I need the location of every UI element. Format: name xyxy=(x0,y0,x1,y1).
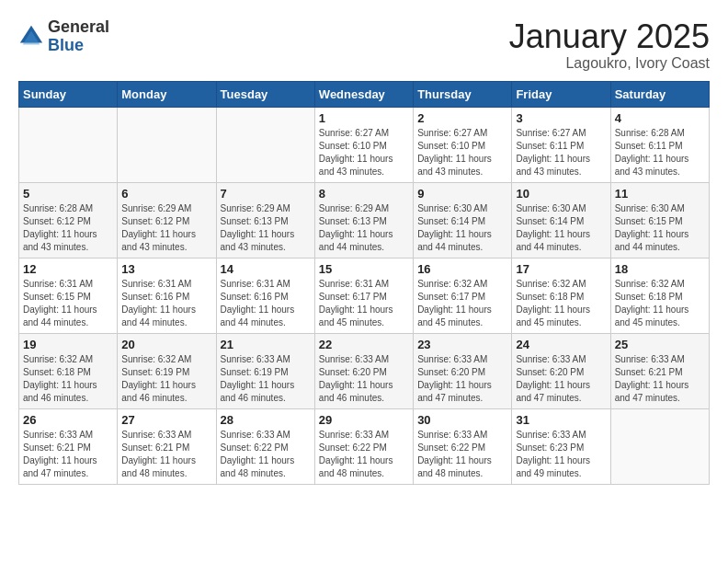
weekday-header-saturday: Saturday xyxy=(610,81,709,107)
calendar-cell: 19Sunrise: 6:32 AM Sunset: 6:18 PM Dayli… xyxy=(19,333,118,408)
day-number: 15 xyxy=(319,262,409,276)
day-number: 24 xyxy=(516,338,606,351)
calendar-cell: 24Sunrise: 6:33 AM Sunset: 6:20 PM Dayli… xyxy=(512,333,610,408)
day-number: 21 xyxy=(221,338,311,351)
calendar-cell: 21Sunrise: 6:33 AM Sunset: 6:19 PM Dayli… xyxy=(216,333,314,408)
calendar-cell: 18Sunrise: 6:32 AM Sunset: 6:18 PM Dayli… xyxy=(610,258,709,333)
day-number: 8 xyxy=(319,187,409,201)
calendar-cell: 9Sunrise: 6:30 AM Sunset: 6:14 PM Daylig… xyxy=(414,182,512,258)
day-number: 2 xyxy=(417,111,507,125)
day-number: 11 xyxy=(615,187,705,201)
calendar-cell: 25Sunrise: 6:33 AM Sunset: 6:21 PM Dayli… xyxy=(610,333,709,408)
calendar-week-5: 26Sunrise: 6:33 AM Sunset: 6:21 PM Dayli… xyxy=(19,408,710,484)
day-info: Sunrise: 6:31 AM Sunset: 6:16 PM Dayligh… xyxy=(121,278,211,329)
day-number: 22 xyxy=(319,338,409,351)
calendar-cell: 2Sunrise: 6:27 AM Sunset: 6:10 PM Daylig… xyxy=(414,107,512,182)
logo-blue-text: Blue xyxy=(48,37,109,55)
calendar-cell: 23Sunrise: 6:33 AM Sunset: 6:20 PM Dayli… xyxy=(414,333,512,408)
day-number: 30 xyxy=(417,413,507,427)
calendar-cell: 29Sunrise: 6:33 AM Sunset: 6:22 PM Dayli… xyxy=(314,408,413,484)
day-info: Sunrise: 6:32 AM Sunset: 6:18 PM Dayligh… xyxy=(615,278,705,329)
day-info: Sunrise: 6:33 AM Sunset: 6:20 PM Dayligh… xyxy=(516,353,606,405)
day-number: 7 xyxy=(221,187,311,201)
day-info: Sunrise: 6:27 AM Sunset: 6:10 PM Dayligh… xyxy=(319,127,409,178)
logo-general-text: General xyxy=(48,18,109,37)
day-number: 12 xyxy=(23,262,113,276)
day-info: Sunrise: 6:30 AM Sunset: 6:14 PM Dayligh… xyxy=(516,202,606,254)
day-info: Sunrise: 6:27 AM Sunset: 6:11 PM Dayligh… xyxy=(516,127,606,178)
day-number: 28 xyxy=(221,413,311,427)
weekday-header-wednesday: Wednesday xyxy=(314,81,413,107)
logo-icon xyxy=(18,24,44,50)
calendar-cell: 30Sunrise: 6:33 AM Sunset: 6:22 PM Dayli… xyxy=(414,408,512,484)
calendar-cell: 14Sunrise: 6:31 AM Sunset: 6:16 PM Dayli… xyxy=(216,258,314,333)
day-number: 3 xyxy=(516,111,606,125)
day-info: Sunrise: 6:33 AM Sunset: 6:20 PM Dayligh… xyxy=(319,353,409,405)
day-number: 14 xyxy=(221,262,311,276)
day-info: Sunrise: 6:30 AM Sunset: 6:14 PM Dayligh… xyxy=(417,202,507,254)
day-info: Sunrise: 6:32 AM Sunset: 6:18 PM Dayligh… xyxy=(23,353,113,405)
calendar-week-4: 19Sunrise: 6:32 AM Sunset: 6:18 PM Dayli… xyxy=(19,333,710,408)
day-info: Sunrise: 6:33 AM Sunset: 6:21 PM Dayligh… xyxy=(121,429,211,480)
calendar-cell xyxy=(19,107,118,182)
calendar-cell: 20Sunrise: 6:32 AM Sunset: 6:19 PM Dayli… xyxy=(118,333,216,408)
calendar-cell: 27Sunrise: 6:33 AM Sunset: 6:21 PM Dayli… xyxy=(118,408,216,484)
calendar-cell: 6Sunrise: 6:29 AM Sunset: 6:12 PM Daylig… xyxy=(118,182,216,258)
day-info: Sunrise: 6:32 AM Sunset: 6:19 PM Dayligh… xyxy=(121,353,211,405)
day-info: Sunrise: 6:33 AM Sunset: 6:22 PM Dayligh… xyxy=(319,429,409,480)
calendar-body: 1Sunrise: 6:27 AM Sunset: 6:10 PM Daylig… xyxy=(19,107,710,484)
weekday-header-thursday: Thursday xyxy=(414,81,512,107)
calendar-cell xyxy=(216,107,314,182)
logo: General Blue xyxy=(18,18,109,55)
calendar-week-2: 5Sunrise: 6:28 AM Sunset: 6:12 PM Daylig… xyxy=(19,182,710,258)
weekday-header-sunday: Sunday xyxy=(19,81,118,107)
day-info: Sunrise: 6:33 AM Sunset: 6:19 PM Dayligh… xyxy=(221,353,311,405)
day-number: 16 xyxy=(417,262,507,276)
page-header: General Blue January 2025 Lagoukro, Ivor… xyxy=(18,18,710,72)
calendar-cell xyxy=(118,107,216,182)
weekday-header-monday: Monday xyxy=(118,81,216,107)
day-number: 6 xyxy=(121,187,211,201)
calendar-cell: 26Sunrise: 6:33 AM Sunset: 6:21 PM Dayli… xyxy=(19,408,118,484)
calendar-week-1: 1Sunrise: 6:27 AM Sunset: 6:10 PM Daylig… xyxy=(19,107,710,182)
calendar-cell: 11Sunrise: 6:30 AM Sunset: 6:15 PM Dayli… xyxy=(610,182,709,258)
day-info: Sunrise: 6:33 AM Sunset: 6:22 PM Dayligh… xyxy=(221,429,311,480)
calendar-week-3: 12Sunrise: 6:31 AM Sunset: 6:15 PM Dayli… xyxy=(19,258,710,333)
day-info: Sunrise: 6:29 AM Sunset: 6:13 PM Dayligh… xyxy=(319,202,409,254)
calendar-cell: 13Sunrise: 6:31 AM Sunset: 6:16 PM Dayli… xyxy=(118,258,216,333)
day-number: 26 xyxy=(23,413,113,427)
day-info: Sunrise: 6:29 AM Sunset: 6:12 PM Dayligh… xyxy=(121,202,211,254)
day-info: Sunrise: 6:33 AM Sunset: 6:23 PM Dayligh… xyxy=(516,429,606,480)
day-number: 10 xyxy=(516,187,606,201)
calendar-cell: 12Sunrise: 6:31 AM Sunset: 6:15 PM Dayli… xyxy=(19,258,118,333)
day-number: 13 xyxy=(121,262,211,276)
weekday-header-row: SundayMondayTuesdayWednesdayThursdayFrid… xyxy=(19,81,710,107)
calendar-cell: 1Sunrise: 6:27 AM Sunset: 6:10 PM Daylig… xyxy=(314,107,413,182)
day-number: 20 xyxy=(121,338,211,351)
calendar-subtitle: Lagoukro, Ivory Coast xyxy=(509,55,710,72)
calendar-cell: 8Sunrise: 6:29 AM Sunset: 6:13 PM Daylig… xyxy=(314,182,413,258)
day-info: Sunrise: 6:33 AM Sunset: 6:20 PM Dayligh… xyxy=(417,353,507,405)
day-number: 31 xyxy=(516,413,606,427)
calendar-cell xyxy=(610,408,709,484)
calendar-title: January 2025 xyxy=(509,18,710,55)
day-info: Sunrise: 6:31 AM Sunset: 6:15 PM Dayligh… xyxy=(23,278,113,329)
day-number: 9 xyxy=(417,187,507,201)
day-number: 23 xyxy=(417,338,507,351)
calendar-cell: 22Sunrise: 6:33 AM Sunset: 6:20 PM Dayli… xyxy=(314,333,413,408)
day-info: Sunrise: 6:28 AM Sunset: 6:12 PM Dayligh… xyxy=(23,202,113,254)
logo-text: General Blue xyxy=(48,18,109,55)
day-number: 27 xyxy=(121,413,211,427)
day-number: 25 xyxy=(615,338,705,351)
calendar-cell: 28Sunrise: 6:33 AM Sunset: 6:22 PM Dayli… xyxy=(216,408,314,484)
calendar-cell: 10Sunrise: 6:30 AM Sunset: 6:14 PM Dayli… xyxy=(512,182,610,258)
day-info: Sunrise: 6:29 AM Sunset: 6:13 PM Dayligh… xyxy=(221,202,311,254)
day-number: 29 xyxy=(319,413,409,427)
day-info: Sunrise: 6:31 AM Sunset: 6:16 PM Dayligh… xyxy=(221,278,311,329)
day-info: Sunrise: 6:33 AM Sunset: 6:21 PM Dayligh… xyxy=(23,429,113,480)
calendar-table: SundayMondayTuesdayWednesdayThursdayFrid… xyxy=(18,81,710,485)
calendar-cell: 15Sunrise: 6:31 AM Sunset: 6:17 PM Dayli… xyxy=(314,258,413,333)
calendar-cell: 17Sunrise: 6:32 AM Sunset: 6:18 PM Dayli… xyxy=(512,258,610,333)
day-number: 18 xyxy=(615,262,705,276)
day-info: Sunrise: 6:32 AM Sunset: 6:17 PM Dayligh… xyxy=(417,278,507,329)
